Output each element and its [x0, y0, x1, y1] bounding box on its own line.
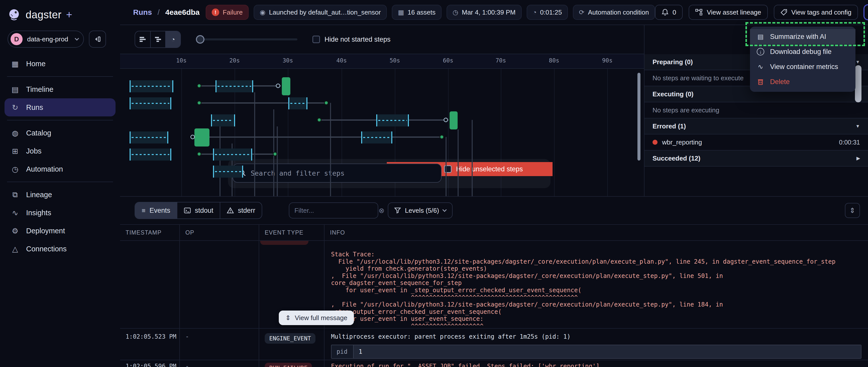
errored-step-row[interactable]: wbr_reporting 0:00:31 — [645, 134, 868, 151]
step-search-input[interactable] — [251, 169, 435, 177]
sidebar-item-lineage[interactable]: ⧉Lineage — [0, 186, 120, 204]
menu-item-summarize-ai[interactable]: ▤ Summarize with AI — [750, 29, 856, 44]
page-scrollbar-thumb[interactable] — [855, 65, 862, 102]
gantt-step-pending[interactable] — [130, 97, 171, 109]
caret-right-icon: ▶ — [857, 156, 860, 161]
notifications-button[interactable]: 0 — [655, 5, 683, 20]
gantt-step-pending[interactable] — [130, 131, 168, 143]
succeeded-section-header[interactable]: Succeeded (12) ▶ — [645, 151, 868, 167]
tab-stderr[interactable]: stderr — [220, 202, 262, 219]
hide-not-started-checkbox[interactable]: Hide not started steps — [312, 36, 391, 43]
sidebar-item-deployment[interactable]: ⚙Deployment — [0, 222, 120, 240]
checkbox-label: Hide not started steps — [324, 36, 391, 43]
timed-view-button[interactable]: ◔ — [165, 31, 180, 47]
insights-icon: ∿ — [10, 208, 20, 217]
gantt-dep-dot — [197, 152, 202, 156]
bell-icon — [661, 8, 669, 16]
sidebar-item-jobs[interactable]: ⊞Jobs — [0, 142, 120, 160]
gantt-step-pending[interactable] — [213, 148, 252, 161]
menu-item-delete[interactable]: Delete — [750, 74, 856, 89]
flat-view-button[interactable] — [135, 31, 150, 47]
gantt-step-succeeded[interactable] — [194, 128, 210, 146]
menu-item-label: Download debug file — [770, 48, 832, 56]
executing-empty-row: No steps are executing — [645, 102, 868, 119]
section-title: Preparing (0) — [652, 58, 693, 66]
deployment-name: data-eng-prod — [27, 35, 71, 43]
brand-logo[interactable]: dagster + — [0, 0, 120, 22]
gantt-step-pending[interactable] — [130, 80, 173, 92]
badge-label: 16 assets — [408, 8, 435, 16]
asset-lineage-icon — [695, 9, 703, 16]
table-row-engine-event[interactable]: 1:02:05.523 PM - ENGINE_EVENT Multiproce… — [120, 329, 868, 360]
button-label: View tags and config — [792, 8, 851, 16]
assets-badge[interactable]: ▦ 16 assets — [392, 5, 441, 20]
gantt-panel: ◔ Hide not started steps 10s20s30s40s50s… — [120, 25, 644, 196]
deployment-selector[interactable]: D data-eng-prod — [7, 31, 84, 48]
caret-down-icon: ▼ — [856, 124, 860, 129]
divider — [7, 181, 113, 182]
gantt-step-pending[interactable] — [376, 114, 409, 127]
sidebar-item-label: Automation — [26, 165, 63, 173]
sidebar-item-connections[interactable]: △Connections — [0, 240, 120, 258]
sidebar-nav: ▦Home ▤Timeline ↻Runs ◍Catalog ⊞Jobs ◷Au… — [0, 55, 120, 258]
clock-icon: ◷ — [453, 8, 458, 16]
errored-section-header[interactable]: Errored (1) ▼ — [645, 119, 868, 134]
tab-label: stderr — [238, 207, 255, 214]
sidebar-item-home[interactable]: ▦Home — [0, 55, 120, 73]
gantt-dependency-elbow — [458, 129, 459, 196]
gantt-dependency-elbow — [330, 103, 331, 196]
automation-condition-badge[interactable]: ⟳ Automation condition — [573, 5, 655, 20]
stopwatch-icon: ◔ — [171, 36, 175, 43]
gantt-step-pending[interactable] — [216, 80, 253, 92]
gantt-step-pending[interactable] — [361, 131, 392, 143]
sidebar-item-runs[interactable]: ↻Runs — [4, 98, 116, 116]
expand-log-panel-button[interactable]: ⇕ — [845, 203, 860, 218]
menu-item-download-debug[interactable]: ↓ Download debug file — [750, 44, 856, 59]
view-full-message-button[interactable]: ⇕ View full message — [324, 310, 354, 325]
gantt-step-succeeded[interactable] — [282, 77, 290, 95]
sidebar-item-insights[interactable]: ∿Insights — [0, 204, 120, 222]
timeline-icon: ▤ — [10, 85, 20, 94]
menu-item-container-metrics[interactable]: ∿ View container metrics — [750, 59, 856, 74]
brand-wordmark: dagster — [26, 9, 62, 21]
log-filter-field[interactable]: ⊗ — [289, 202, 378, 219]
gantt-vertical-scrollbar[interactable] — [638, 73, 641, 161]
table-row-stack-trace[interactable]: Stack Trace: File "/usr/local/lib/python… — [120, 241, 868, 329]
view-asset-lineage-button[interactable]: View asset lineage — [689, 5, 768, 20]
badge-label: 0:01:25 — [540, 8, 562, 16]
launched-by-badge[interactable]: ◉ Launched by default_aut…tion_sensor — [254, 5, 387, 20]
sidebar-item-timeline[interactable]: ▤Timeline — [0, 80, 120, 98]
run-actions-menu-button[interactable] — [864, 5, 868, 20]
breadcrumb-runs-link[interactable]: Runs — [133, 8, 152, 16]
tab-events[interactable]: ≡ Events — [135, 202, 177, 219]
dagster-run-page: dagster + D data-eng-prod ▦Home ▤Timelin… — [0, 0, 868, 367]
gantt-dep-dot — [439, 135, 444, 139]
table-row-run-failure[interactable]: 1:02:05.596 PM - RUN_FAILURE Execution o… — [120, 360, 868, 367]
collapse-sidebar-button[interactable] — [89, 31, 106, 48]
gantt-step-pending[interactable] — [213, 166, 243, 177]
gantt-time-axis: 10s20s30s40s50s60s70s80s90s — [120, 54, 644, 69]
event-timestamp: 1:02:05.596 PM — [120, 360, 180, 367]
sidebar-item-automation[interactable]: ◷Automation — [0, 160, 120, 178]
gantt-step-pending[interactable] — [211, 114, 235, 127]
sidebar-item-catalog[interactable]: ◍Catalog — [0, 124, 120, 142]
tab-stdout[interactable]: stdout — [177, 202, 220, 219]
gantt-chart[interactable]: Hide unselected steps — [120, 69, 644, 196]
event-type-badge: RUN_FAILURE — [265, 363, 312, 367]
sidebar-item-label: Jobs — [26, 147, 41, 155]
zoom-slider-thumb[interactable] — [196, 35, 205, 44]
waterfall-view-button[interactable] — [150, 31, 165, 47]
sidebar-item-label: Deployment — [26, 227, 65, 235]
levels-dropdown[interactable]: Levels (5/6) — [388, 202, 453, 219]
gantt-dep-dot-open — [443, 118, 448, 122]
step-search-box[interactable] — [232, 164, 441, 182]
view-tags-config-button[interactable]: View tags and config — [774, 5, 858, 20]
gantt-step-pending[interactable] — [130, 148, 171, 161]
gantt-dependency-line — [196, 136, 443, 138]
gantt-zoom-slider[interactable] — [196, 38, 298, 40]
start-time-badge: ◷ Mar 4, 1:00:39 PM — [446, 5, 522, 20]
gantt-step-pending[interactable] — [288, 97, 307, 109]
clear-filter-icon[interactable]: ⊗ — [378, 206, 384, 215]
gantt-step-succeeded[interactable] — [450, 111, 458, 129]
log-filter-input[interactable] — [294, 207, 378, 214]
